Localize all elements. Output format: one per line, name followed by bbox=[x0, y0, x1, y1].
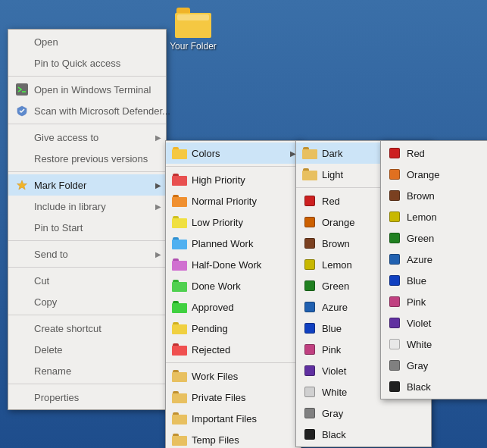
final-white-icon bbox=[387, 337, 402, 352]
separator-6 bbox=[8, 315, 166, 315]
final-lemon-icon bbox=[387, 209, 402, 224]
separator-2 bbox=[8, 124, 166, 124]
dark-violet-icon bbox=[302, 363, 317, 378]
menu-item-defender[interactable]: Scan with Microsoft Defender... bbox=[8, 100, 166, 121]
main-context-menu: Open Pin to Quick access Open in Windows… bbox=[8, 29, 167, 410]
light-folder-icon bbox=[302, 167, 317, 182]
dark-red-icon bbox=[302, 193, 317, 208]
final-blue-icon bbox=[387, 273, 402, 288]
final-gray-icon bbox=[387, 358, 402, 373]
dark-pink-icon bbox=[302, 342, 317, 357]
dark-black[interactable]: Black bbox=[296, 424, 431, 445]
give-access-icon bbox=[14, 130, 30, 145]
high-priority-folder-icon bbox=[172, 172, 187, 187]
menu-item-work-files[interactable]: Work Files bbox=[166, 365, 301, 387]
menu-item-terminal[interactable]: Open in Windows Terminal bbox=[8, 79, 166, 100]
dark-lemon-icon bbox=[302, 257, 317, 272]
final-blue[interactable]: Blue bbox=[381, 270, 487, 291]
cut-icon bbox=[14, 273, 30, 288]
pending-folder-icon bbox=[172, 321, 187, 336]
copy-icon bbox=[14, 294, 30, 309]
menu-item-half-done-work[interactable]: Half-Done Work bbox=[166, 254, 301, 275]
properties-icon bbox=[14, 390, 30, 405]
send-to-arrow: ▶ bbox=[155, 250, 161, 258]
final-green[interactable]: Green bbox=[381, 227, 487, 249]
colors-header-item[interactable]: Colors ▶ bbox=[166, 143, 301, 164]
final-black-icon bbox=[387, 379, 402, 394]
dark-black-icon bbox=[302, 427, 317, 442]
menu-item-pin-start[interactable]: Pin to Start bbox=[8, 217, 166, 238]
final-color-submenu: Red Orange Brown Lemon Green Azure Blue bbox=[380, 140, 487, 399]
menu-item-mark-folder[interactable]: Mark Folder ▶ bbox=[8, 174, 166, 196]
menu-item-important-files[interactable]: Important Files bbox=[166, 408, 301, 429]
done-work-folder-icon bbox=[172, 278, 187, 293]
include-lib-arrow: ▶ bbox=[155, 202, 161, 211]
dark-white-icon bbox=[302, 384, 317, 399]
menu-item-create-shortcut[interactable]: Create shortcut bbox=[8, 318, 166, 339]
folder-label: Your Folder bbox=[170, 41, 217, 52]
menu-item-private-files[interactable]: Private Files bbox=[166, 387, 301, 408]
final-pink-icon bbox=[387, 294, 402, 309]
colors-sep-1 bbox=[166, 166, 301, 167]
final-red-icon bbox=[387, 146, 402, 161]
menu-item-restore-prev[interactable]: Restore previous versions bbox=[8, 148, 166, 169]
menu-item-temp-files[interactable]: Temp Files bbox=[166, 429, 301, 448]
menu-item-cut[interactable]: Cut bbox=[8, 270, 166, 291]
folder-image bbox=[175, 8, 211, 38]
mark-folder-arrow: ▶ bbox=[155, 181, 161, 190]
menu-item-normal-priority[interactable]: Normal Priority bbox=[166, 190, 301, 211]
final-violet-icon bbox=[387, 315, 402, 331]
final-black[interactable]: Black bbox=[381, 376, 487, 397]
menu-item-planned-work[interactable]: Planned Work bbox=[166, 233, 301, 254]
svg-marker-2 bbox=[17, 180, 27, 190]
desktop-folder[interactable]: Your Folder bbox=[167, 8, 220, 52]
dark-gray[interactable]: Gray bbox=[296, 403, 431, 424]
menu-item-properties[interactable]: Properties bbox=[8, 387, 166, 408]
menu-item-include-lib[interactable]: Include in library ▶ bbox=[8, 196, 166, 217]
restore-prev-icon bbox=[14, 151, 30, 166]
separator-3 bbox=[8, 171, 166, 172]
rejected-folder-icon bbox=[172, 342, 187, 357]
half-done-work-folder-icon bbox=[172, 257, 187, 272]
open-icon bbox=[14, 34, 30, 49]
dark-green-icon bbox=[302, 278, 317, 293]
dark-orange-icon bbox=[302, 215, 317, 230]
final-white[interactable]: White bbox=[381, 334, 487, 355]
menu-item-send-to[interactable]: Send to ▶ bbox=[8, 243, 166, 265]
dark-folder-icon bbox=[302, 146, 317, 161]
colors-submenu: Colors ▶ High Priority Normal Priority L… bbox=[165, 140, 301, 448]
final-red[interactable]: Red bbox=[381, 143, 487, 164]
work-files-folder-icon bbox=[172, 368, 187, 384]
defender-icon bbox=[14, 103, 30, 118]
low-priority-folder-icon bbox=[172, 215, 187, 230]
menu-item-low-priority[interactable]: Low Priority bbox=[166, 211, 301, 233]
final-pink[interactable]: Pink bbox=[381, 291, 487, 312]
dark-gray-icon bbox=[302, 406, 317, 421]
final-lemon[interactable]: Lemon bbox=[381, 206, 487, 227]
final-orange[interactable]: Orange bbox=[381, 164, 487, 185]
mark-folder-icon bbox=[14, 177, 30, 193]
menu-item-pin-quick[interactable]: Pin to Quick access bbox=[8, 52, 166, 74]
menu-item-high-priority[interactable]: High Priority bbox=[166, 169, 301, 190]
menu-item-rejected[interactable]: Rejected bbox=[166, 339, 301, 360]
menu-item-done-work[interactable]: Done Work bbox=[166, 275, 301, 296]
rename-icon bbox=[14, 363, 30, 378]
menu-item-pending[interactable]: Pending bbox=[166, 318, 301, 339]
colors-folder-icon bbox=[172, 146, 187, 161]
final-violet[interactable]: Violet bbox=[381, 312, 487, 334]
menu-item-approved[interactable]: Approved bbox=[166, 296, 301, 318]
final-brown[interactable]: Brown bbox=[381, 185, 487, 206]
menu-item-delete[interactable]: Delete bbox=[8, 339, 166, 360]
final-gray[interactable]: Gray bbox=[381, 355, 487, 376]
final-azure[interactable]: Azure bbox=[381, 249, 487, 270]
temp-files-folder-icon bbox=[172, 432, 187, 447]
menu-item-copy[interactable]: Copy bbox=[8, 291, 166, 312]
planned-work-folder-icon bbox=[172, 236, 187, 251]
menu-item-give-access[interactable]: Give access to ▶ bbox=[8, 127, 166, 148]
pin-quick-icon bbox=[14, 55, 30, 70]
final-orange-icon bbox=[387, 167, 402, 182]
dark-brown-icon bbox=[302, 236, 317, 251]
menu-item-open[interactable]: Open bbox=[8, 31, 166, 52]
menu-item-rename[interactable]: Rename bbox=[8, 360, 166, 381]
send-to-icon bbox=[14, 246, 30, 262]
